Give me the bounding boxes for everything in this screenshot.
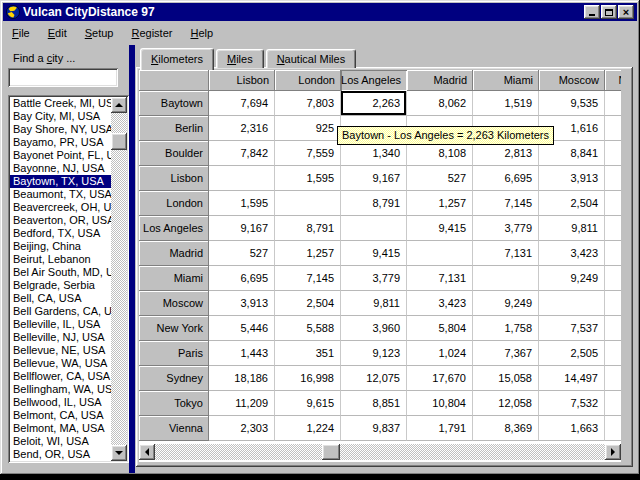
maximize-button[interactable] <box>601 5 617 19</box>
cell[interactable]: 527 <box>209 241 275 266</box>
row-header-berlin[interactable]: Berlin <box>139 116 209 141</box>
cell[interactable]: 9,415 <box>407 216 473 241</box>
cell[interactable]: 3,423 <box>407 291 473 316</box>
list-item[interactable]: Baytown, TX, USA <box>10 175 111 188</box>
column-header-madrid[interactable]: Madrid <box>407 70 473 91</box>
cell[interactable] <box>605 216 621 241</box>
list-item[interactable]: Bellevue, WA, USA <box>10 357 111 370</box>
cell[interactable]: 12,058 <box>473 391 539 416</box>
cell[interactable]: 7,131 <box>407 266 473 291</box>
column-header-lisbon[interactable]: Lisbon <box>209 70 275 91</box>
column-header-london[interactable]: London <box>275 70 341 91</box>
list-item[interactable]: Bell, CA, USA <box>10 292 111 305</box>
list-item[interactable]: Beavercreek, OH, USA <box>10 201 111 214</box>
list-item[interactable]: Belmont, CA, USA <box>10 409 111 422</box>
menu-item-register[interactable]: Register <box>122 25 181 41</box>
cell[interactable]: 18,186 <box>209 366 275 391</box>
row-header-madrid[interactable]: Madrid <box>139 241 209 266</box>
cell[interactable] <box>605 116 621 141</box>
cell[interactable]: 14,497 <box>539 366 605 391</box>
cell[interactable]: 2,316 <box>209 116 275 141</box>
cell[interactable] <box>605 341 621 366</box>
column-header-los-angeles[interactable]: Los Angeles <box>341 70 407 91</box>
cell[interactable]: 1,663 <box>539 416 605 441</box>
cell[interactable] <box>605 241 621 266</box>
search-input[interactable] <box>8 68 118 87</box>
cell[interactable]: 8,369 <box>473 416 539 441</box>
list-item[interactable]: Bellflower, CA, USA <box>10 370 111 383</box>
cell[interactable]: 2,505 <box>539 341 605 366</box>
row-header-miami[interactable]: Miami <box>139 266 209 291</box>
column-header-moscow[interactable]: Moscow <box>539 70 605 91</box>
horizontal-scroll-thumb[interactable] <box>322 444 340 460</box>
city-list[interactable]: Battle Creek, MI, USABay City, MI, USABa… <box>10 97 111 461</box>
cell[interactable]: 8,851 <box>341 391 407 416</box>
scroll-down-button[interactable] <box>111 445 127 461</box>
list-item[interactable]: Bay City, MI, USA <box>10 110 111 123</box>
cell[interactable]: 1,024 <box>407 341 473 366</box>
cell[interactable] <box>605 166 621 191</box>
column-header-miami[interactable]: Miami <box>473 70 539 91</box>
cell[interactable]: 9,249 <box>539 266 605 291</box>
minimize-button[interactable] <box>584 5 600 19</box>
list-item[interactable]: Beijing, China <box>10 240 111 253</box>
cell[interactable] <box>209 166 275 191</box>
cell[interactable] <box>605 391 621 416</box>
cell[interactable]: 1,791 <box>407 416 473 441</box>
row-header-boulder[interactable]: Boulder <box>139 141 209 166</box>
row-header-lisbon[interactable]: Lisbon <box>139 166 209 191</box>
cell[interactable]: 8,791 <box>275 216 341 241</box>
cell[interactable]: 7,559 <box>275 141 341 166</box>
menu-item-setup[interactable]: Setup <box>76 25 123 41</box>
cell[interactable]: 925 <box>275 116 341 141</box>
cell[interactable]: 12,075 <box>341 366 407 391</box>
cell[interactable]: 9,167 <box>341 166 407 191</box>
cell[interactable]: 9,123 <box>341 341 407 366</box>
tab-kilometers[interactable]: Kilometers <box>140 48 214 70</box>
cell[interactable] <box>605 191 621 216</box>
list-item[interactable]: Belleville, IL, USA <box>10 318 111 331</box>
list-item[interactable]: Bedford, TX, USA <box>10 227 111 240</box>
close-button[interactable]: × <box>618 5 634 19</box>
cell[interactable]: 5,446 <box>209 316 275 341</box>
cell[interactable]: 11,209 <box>209 391 275 416</box>
cell[interactable]: 7,694 <box>209 91 275 116</box>
cell[interactable]: 5,588 <box>275 316 341 341</box>
row-header-paris[interactable]: Paris <box>139 341 209 366</box>
cell[interactable]: 16,998 <box>275 366 341 391</box>
cell[interactable]: 7,131 <box>473 241 539 266</box>
list-item[interactable]: Bel Air South, MD, USA <box>10 266 111 279</box>
row-header-los-angeles[interactable]: Los Angeles <box>139 216 209 241</box>
cell[interactable]: 6,695 <box>209 266 275 291</box>
cell[interactable]: 9,535 <box>539 91 605 116</box>
row-header-baytown[interactable]: Baytown <box>139 91 209 116</box>
cell[interactable]: 1,443 <box>209 341 275 366</box>
menu-item-edit[interactable]: Edit <box>39 25 76 41</box>
cell[interactable] <box>341 216 407 241</box>
cell[interactable]: 5,804 <box>407 316 473 341</box>
cell[interactable] <box>605 366 621 391</box>
scroll-right-button[interactable] <box>605 444 621 460</box>
cell[interactable]: 3,913 <box>209 291 275 316</box>
title-bar[interactable]: Vulcan CityDistance 97 × <box>3 3 637 21</box>
cell[interactable]: 7,803 <box>275 91 341 116</box>
cell[interactable]: 3,913 <box>539 166 605 191</box>
cell[interactable]: 8,062 <box>407 91 473 116</box>
row-header-sydney[interactable]: Sydney <box>139 366 209 391</box>
cell[interactable]: 3,779 <box>473 216 539 241</box>
row-header-new-york[interactable]: New York <box>139 316 209 341</box>
cell[interactable]: 7,532 <box>539 391 605 416</box>
cell[interactable] <box>605 416 621 441</box>
cell[interactable]: 1,519 <box>473 91 539 116</box>
cell[interactable]: 7,537 <box>539 316 605 341</box>
cell[interactable]: 1,257 <box>275 241 341 266</box>
list-item[interactable]: Battle Creek, MI, USA <box>10 97 111 110</box>
cell[interactable]: 2,263 <box>341 91 407 116</box>
cell[interactable]: 7,145 <box>275 266 341 291</box>
cell[interactable]: 351 <box>275 341 341 366</box>
row-header-tokyo[interactable]: Tokyo <box>139 391 209 416</box>
row-header-vienna[interactable]: Vienna <box>139 416 209 441</box>
cell[interactable]: 3,423 <box>539 241 605 266</box>
panel-splitter[interactable] <box>129 45 135 473</box>
cell[interactable]: 9,811 <box>539 216 605 241</box>
